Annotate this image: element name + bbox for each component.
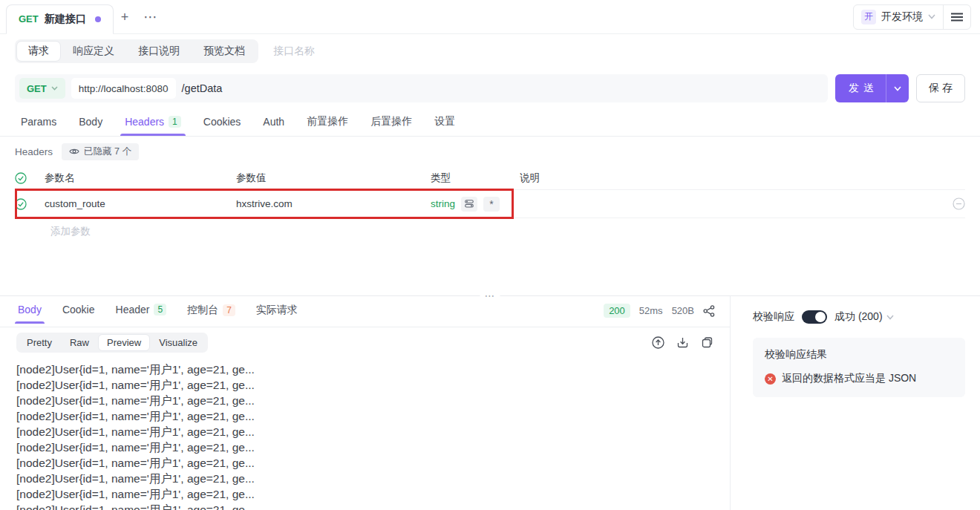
view-visualize[interactable]: Visualize (150, 334, 206, 351)
validation-header: 校验响应 成功 (200) (753, 307, 965, 327)
response-tabs: Body Cookie Header 5 控制台 7 实际请求 200 52ms… (0, 296, 730, 327)
response-body[interactable]: [node2]User{id=1, name='用户1', age=21, ge… (0, 357, 730, 510)
tab-auth[interactable]: Auth (263, 108, 284, 135)
arrow-up-circle-icon[interactable] (652, 336, 664, 349)
select-all-checkbox[interactable] (15, 172, 45, 184)
url-path-input[interactable]: /getData (182, 82, 223, 94)
tab-post-operations[interactable]: 后置操作 (370, 108, 412, 135)
tab-response-cookie[interactable]: Cookie (62, 304, 95, 323)
open-api-tab[interactable]: GET 新建接口 (6, 4, 114, 34)
add-param-row: 添加参数 (15, 218, 965, 245)
splitter-handle[interactable]: ⋯ (480, 292, 500, 298)
tab-body[interactable]: Body (79, 108, 102, 135)
view-pretty[interactable]: Pretty (18, 334, 61, 351)
url-bar[interactable]: GET http://localhost:8080 /getData (15, 74, 828, 102)
param-row[interactable]: custom_route hxstrive.com string * (15, 190, 965, 218)
response-toolbar: Pretty Raw Preview Visualize (0, 327, 730, 357)
environment-box: 开 开发环境 (853, 4, 971, 30)
hidden-headers-label: 已隐藏 7 个 (84, 146, 131, 158)
add-param-button[interactable]: 添加参数 (50, 225, 91, 238)
hidden-headers-toggle[interactable]: 已隐藏 7 个 (62, 143, 139, 160)
eye-icon (69, 148, 79, 155)
environment-badge: 开 (861, 10, 876, 24)
tab-cookies[interactable]: Cookies (203, 108, 241, 135)
response-duration: 52ms (639, 305, 663, 316)
params-table-header: 参数名 参数值 类型 说明 (15, 166, 965, 190)
response-body-line: [node2]User{id=1, name='用户1', age=21, ge… (16, 486, 713, 502)
tab-request[interactable]: 请求 (16, 41, 61, 62)
view-preview[interactable]: Preview (98, 334, 150, 351)
send-button[interactable]: 发送 (835, 74, 909, 102)
chevron-down-icon (51, 86, 58, 91)
api-tab-title: 新建接口 (45, 13, 86, 26)
validation-status-select[interactable]: 成功 (200) (834, 310, 894, 324)
chevron-down-icon (886, 315, 894, 320)
view-raw[interactable]: Raw (61, 334, 98, 351)
validation-toggle[interactable] (802, 310, 827, 324)
method-select[interactable]: GET (19, 78, 65, 99)
api-name-input[interactable]: 接口名称 (273, 45, 315, 58)
hamburger-icon (951, 13, 963, 22)
tab-more-button[interactable]: ⋯ (136, 6, 164, 28)
tab-headers[interactable]: Headers 1 (125, 108, 181, 135)
validation-error-row: ✕ 返回的数据格式应当是 JSON (765, 372, 953, 385)
params-table: 参数名 参数值 类型 说明 custom_route hxstrive.com … (0, 166, 980, 245)
new-tab-button[interactable]: + (114, 6, 137, 28)
menu-button[interactable] (944, 4, 970, 30)
response-section: Body Cookie Header 5 控制台 7 实际请求 200 52ms… (0, 296, 980, 510)
response-body-line: [node2]User{id=1, name='用户1', age=21, ge… (16, 439, 713, 455)
tab-response-body[interactable]: Body (18, 304, 42, 323)
column-name: 参数名 (45, 171, 236, 185)
column-type: 类型 (431, 171, 520, 185)
column-value: 参数值 (236, 171, 431, 185)
method-label: GET (27, 83, 47, 94)
copy-icon[interactable] (701, 336, 713, 349)
share-icon[interactable] (703, 305, 715, 317)
response-header-count-badge: 5 (154, 304, 166, 316)
dynamic-value-icon[interactable] (461, 197, 477, 212)
param-name-input[interactable]: custom_route (45, 198, 236, 209)
unsaved-dot-icon (95, 16, 101, 22)
topbar-right: 开 开发环境 (853, 4, 971, 30)
param-type-select[interactable]: string (431, 198, 455, 209)
response-meta: 200 52ms 520B (604, 304, 715, 324)
tab-settings[interactable]: 设置 (434, 108, 455, 135)
response-body-line: [node2]User{id=1, name='用户1', age=21, ge… (16, 471, 713, 486)
environment-selector[interactable]: 开 开发环境 (854, 10, 943, 24)
tab-api-description[interactable]: 接口说明 (126, 41, 192, 62)
validation-panel: 校验响应 成功 (200) 校验响应结果 ✕ 返回的数据格式应当是 JSON (731, 296, 980, 510)
tab-response-definition[interactable]: 响应定义 (61, 41, 126, 62)
headers-section-title: Headers (15, 146, 53, 157)
response-body-line: [node2]User{id=1, name='用户1', age=21, ge… (16, 424, 713, 439)
request-panel: 请求 响应定义 接口说明 预览文档 接口名称 GET http://localh… (0, 34, 980, 296)
tab-params[interactable]: Params (21, 108, 56, 135)
headers-count-badge: 1 (169, 116, 181, 128)
app-window: GET 新建接口 + ⋯ 开 开发环境 (0, 0, 980, 510)
base-url-chip[interactable]: http://localhost:8080 (71, 78, 176, 99)
response-body-line: [node2]User{id=1, name='用户1', age=21, ge… (16, 393, 713, 408)
tab-response-header[interactable]: Header 5 (116, 304, 167, 323)
error-x-icon: ✕ (765, 373, 776, 385)
environment-name: 开发环境 (881, 10, 923, 24)
response-body-line: [node2]User{id=1, name='用户1', age=21, ge… (16, 408, 713, 424)
download-icon[interactable] (676, 336, 689, 349)
save-button[interactable]: 保存 (916, 74, 965, 102)
tab-preview-docs[interactable]: 预览文档 (192, 41, 257, 62)
chevron-down-icon (928, 14, 935, 19)
response-body-line: [node2]User{id=1, name='用户1', age=21, ge… (16, 362, 713, 377)
view-mode-switcher: Pretty Raw Preview Visualize (16, 333, 208, 353)
row-checkbox[interactable] (15, 198, 45, 210)
required-asterisk-button[interactable]: * (483, 197, 500, 212)
response-body-line: [node2]User{id=1, name='用户1', age=21, ge… (16, 502, 713, 510)
validation-title: 校验响应 (753, 310, 794, 324)
remove-row-button[interactable] (953, 197, 965, 210)
top-bar: GET 新建接口 + ⋯ 开 开发环境 (0, 0, 980, 34)
send-dropdown-button[interactable] (886, 74, 909, 102)
param-value-input[interactable]: hxstrive.com (236, 198, 431, 209)
status-code-badge: 200 (604, 304, 630, 318)
tab-pre-operations[interactable]: 前置操作 (307, 108, 348, 135)
tab-actual-request[interactable]: 实际请求 (256, 304, 298, 324)
tab-console[interactable]: 控制台 7 (187, 304, 235, 324)
doc-subtabs-row: 请求 响应定义 接口说明 预览文档 接口名称 (0, 34, 980, 68)
url-row: GET http://localhost:8080 /getData 发送 保存 (0, 68, 980, 108)
